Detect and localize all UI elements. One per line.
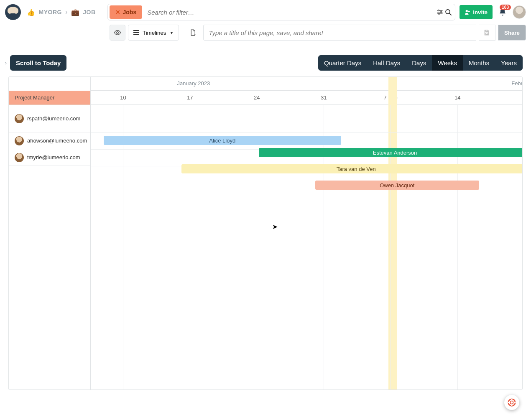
resource-email: tmyrie@lumeerio.com <box>27 154 80 160</box>
svg-point-8 <box>466 10 468 12</box>
filter-chip-label: Jobs <box>123 9 137 15</box>
view-toolbar: Timelines ▼ Share <box>0 24 531 44</box>
time-scale-group: Quarter DaysHalf DaysDaysWeeksMonthsYear… <box>318 55 523 71</box>
page-title-input[interactable] <box>203 25 476 41</box>
user-avatar[interactable] <box>513 5 526 19</box>
sidebar-group-header[interactable]: Project Manager <box>9 91 90 105</box>
chevron-down-icon: ▼ <box>170 31 174 35</box>
chevron-right-icon: › <box>65 8 68 16</box>
gantt-sidebar: Project Manager rspath@lumeerio.comahows… <box>9 77 91 389</box>
task-bar[interactable]: Estevan Anderson <box>259 148 522 157</box>
avatar <box>15 114 24 123</box>
scale-option-months[interactable]: Months <box>463 55 495 71</box>
breadcrumb: 👍 MYORG › 💼 JOB <box>27 8 96 16</box>
breadcrumb-job[interactable]: JOB <box>83 9 95 15</box>
scale-option-half-days[interactable]: Half Days <box>367 55 406 71</box>
invite-button[interactable]: Invite <box>460 5 493 19</box>
task-label: Owen Jacquot <box>380 182 414 188</box>
share-label: Share <box>504 30 520 36</box>
week-header: 101724317 Feb14 <box>91 91 522 105</box>
tools-icon: ✕ <box>115 9 120 15</box>
gantt-chart: Project Manager rspath@lumeerio.comahows… <box>8 76 523 390</box>
svg-line-7 <box>449 13 451 15</box>
eye-icon <box>114 29 121 36</box>
scale-option-weeks[interactable]: Weeks <box>432 55 463 71</box>
thumbs-up-icon: 👍 <box>27 8 36 16</box>
notification-badge: 103 <box>500 5 511 10</box>
avatar <box>15 153 24 162</box>
week-tick: 24 <box>254 94 260 101</box>
notifications[interactable]: 103 <box>497 8 508 16</box>
month-label: January 2023 <box>177 80 210 87</box>
week-tick: 10 <box>120 94 126 101</box>
svg-point-4 <box>441 12 442 13</box>
timeline-icon <box>133 30 139 35</box>
scale-option-days[interactable]: Days <box>406 55 432 71</box>
task-label: Tara van de Ven <box>337 166 376 172</box>
resource-row[interactable]: tmyrie@lumeerio.com <box>9 149 90 166</box>
resource-row[interactable]: rspath@lumeerio.com <box>9 105 90 132</box>
topbar: 👍 MYORG › 💼 JOB ✕ Jobs Invite 103 <box>0 0 531 24</box>
week-tick: 14 <box>454 94 460 101</box>
settings-toggle-icon[interactable] <box>437 9 445 15</box>
user-plus-icon <box>465 9 470 15</box>
invite-label: Invite <box>473 9 488 15</box>
gantt-chart-area[interactable]: January 2023Febru 101724317 Feb14 Alice … <box>91 77 522 389</box>
svg-point-5 <box>439 13 440 15</box>
task-bar[interactable]: Tara van de Ven <box>181 164 522 173</box>
scroll-to-today-button[interactable]: Scroll to Today <box>10 55 66 71</box>
task-bar[interactable]: Owen Jacquot <box>315 181 479 190</box>
sidebar-group-label: Project Manager <box>15 94 54 101</box>
search-icon[interactable] <box>445 9 455 15</box>
search-bar: ✕ Jobs <box>107 4 456 20</box>
svg-point-9 <box>117 32 119 34</box>
filter-chip-jobs[interactable]: ✕ Jobs <box>110 5 143 19</box>
search-input[interactable] <box>144 9 437 16</box>
new-page-button[interactable] <box>185 25 201 41</box>
scale-option-years[interactable]: Years <box>495 55 523 71</box>
week-tick: 31 <box>321 94 327 101</box>
task-label: Alice Lloyd <box>209 137 235 144</box>
task-bar[interactable]: Alice Lloyd <box>104 136 341 145</box>
week-tick: 17 <box>187 94 193 101</box>
lifebuoy-icon <box>507 398 516 407</box>
avatar <box>15 136 24 145</box>
svg-point-3 <box>438 10 439 11</box>
view-selector[interactable]: Timelines ▼ <box>128 25 179 41</box>
share-button[interactable]: Share <box>498 25 526 41</box>
expand-chevron-icon[interactable]: › <box>5 60 8 66</box>
month-label: Febru <box>511 80 522 87</box>
breadcrumb-org[interactable]: MYORG <box>39 9 62 15</box>
help-button[interactable] <box>504 395 519 410</box>
scroll-to-today-label: Scroll to Today <box>16 59 61 66</box>
resource-email: ahowson@lumeerio.com <box>27 137 87 144</box>
app-logo[interactable] <box>5 4 21 20</box>
task-label: Estevan Anderson <box>373 150 417 156</box>
save-button[interactable] <box>479 25 495 41</box>
resource-row[interactable]: ahowson@lumeerio.com <box>9 132 90 149</box>
actions-row: › Scroll to Today Quarter DaysHalf DaysD… <box>0 44 531 73</box>
svg-rect-10 <box>486 30 488 31</box>
visibility-button[interactable] <box>110 25 125 41</box>
page-plus-icon <box>189 29 197 36</box>
svg-rect-11 <box>486 33 488 35</box>
floppy-icon <box>483 29 490 36</box>
briefcase-icon: 💼 <box>71 8 80 16</box>
month-header: January 2023Febru <box>91 77 522 91</box>
view-selector-label: Timelines <box>143 30 166 36</box>
svg-point-13 <box>510 401 513 404</box>
resource-email: rspath@lumeerio.com <box>27 115 80 122</box>
scale-option-quarter-days[interactable]: Quarter Days <box>318 55 367 71</box>
